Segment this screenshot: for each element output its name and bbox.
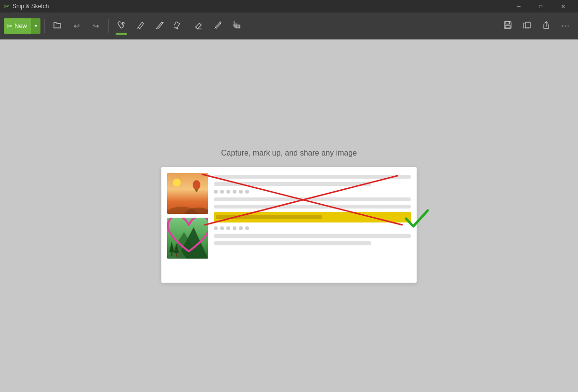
dot [220,226,224,230]
ballpoint-pen-icon [136,20,145,32]
highlight-content [216,215,322,219]
toolbar-separator-1 [44,19,45,33]
pencil-icon [213,20,223,32]
dot [226,226,230,230]
svg-point-8 [193,180,200,190]
line-6 [214,241,371,245]
svg-rect-6 [509,22,510,24]
crop-icon [232,20,242,32]
redo-button[interactable]: ↪ [87,17,105,35]
new-button[interactable]: ✂ New [4,18,31,34]
dot [233,190,236,194]
minimize-button[interactable]: ─ [508,0,530,13]
share-icon [541,20,551,32]
eraser-icon [194,20,203,32]
line-4 [214,205,411,209]
copy-button[interactable] [518,17,536,35]
svg-rect-5 [505,26,510,28]
toolbar: ✂ New ▾ ↩ ↪ [0,13,578,39]
redo-icon: ↪ [93,22,99,30]
dot [239,226,243,230]
dot [214,226,218,230]
dot [233,226,236,230]
preview-card [161,167,417,283]
more-icon: ··· [561,21,570,31]
dot [245,226,249,230]
new-label: New [14,22,27,29]
undo-icon: ↩ [74,22,80,30]
title-bar-left: ✂ Snip & Sketch [4,2,49,10]
dot [214,190,218,194]
line-3 [214,197,411,201]
dots-1 [214,189,411,194]
close-button[interactable]: ✕ [552,0,574,13]
sun-decoration [173,179,181,186]
dot [226,190,230,194]
preview-lines [214,173,411,277]
crop-button[interactable] [228,17,246,35]
calligraphy-pen-icon [155,20,165,32]
open-icon [53,21,62,31]
new-button-dropdown[interactable]: ▾ [31,18,40,34]
highlighter-icon [174,20,184,32]
dot [245,190,249,194]
touch-button[interactable] [113,17,130,35]
calligraphy-pen-button[interactable] [151,17,169,35]
maximize-button[interactable]: □ [530,0,552,13]
svg-point-0 [122,22,124,24]
main-content: Capture, mark up, and share any image [0,39,578,392]
highlighted-line [214,212,411,222]
ballpoint-pen-button[interactable] [132,17,149,35]
undo-button[interactable]: ↩ [68,17,85,35]
app-icon: ✂ [4,2,10,10]
more-options-button[interactable]: ··· [557,17,574,35]
save-button[interactable] [499,17,516,35]
dot [239,190,243,194]
app-title: Snip & Sketch [13,3,49,10]
eraser-button[interactable] [190,17,207,35]
sky-thumbnail [167,173,208,214]
toolbar-separator-2 [108,19,109,33]
dot [220,190,224,194]
highlighter-button[interactable] [171,17,188,35]
line-2 [214,182,371,186]
title-bar: ✂ Snip & Sketch ─ □ ✕ [0,0,578,13]
preview-images [167,173,208,277]
svg-rect-7 [525,22,530,28]
touch-icon [117,20,126,32]
green-thumbnail [167,218,208,259]
share-button[interactable] [538,17,555,35]
open-button[interactable] [49,17,66,35]
scissors-icon: ✂ [7,22,13,30]
welcome-text: Capture, mark up, and share any image [221,149,357,157]
title-bar-controls: ─ □ ✕ [508,0,574,13]
copy-icon [522,20,532,32]
line-1 [214,175,411,179]
save-icon [503,20,512,32]
toolbar-right: ··· [499,17,574,35]
line-5 [214,234,411,238]
svg-rect-2 [236,25,240,28]
pencil-button[interactable] [209,17,226,35]
dots-2 [214,226,411,231]
new-button-group: ✂ New ▾ [4,18,40,34]
